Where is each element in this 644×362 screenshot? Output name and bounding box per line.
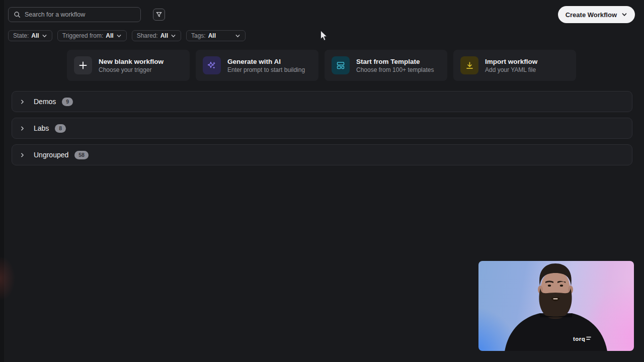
filter-value: All xyxy=(160,32,168,39)
presenter-illustration: torq xyxy=(478,261,634,351)
new-blank-workflow-card[interactable]: New blank workflow Choose your trigger xyxy=(67,50,190,81)
group-name: Labs xyxy=(34,124,49,132)
filter-value: All xyxy=(31,32,39,39)
filter-value: All xyxy=(208,32,216,39)
filter-chips-row: State: All Triggered from: All Shared: A… xyxy=(8,30,246,41)
create-workflow-button[interactable]: Create Workflow xyxy=(558,6,635,23)
group-count-badge: 8 xyxy=(55,124,66,133)
import-workflow-card[interactable]: Import workflow Add your YAML file xyxy=(453,50,576,81)
card-title: Start from Template xyxy=(356,57,434,66)
chevron-right-icon[interactable] xyxy=(20,99,25,105)
filter-button[interactable] xyxy=(153,9,165,21)
card-title: Import workflow xyxy=(485,57,537,66)
card-subtitle: Choose from 100+ templates xyxy=(356,66,434,74)
group-count-badge: 9 xyxy=(62,98,73,106)
filter-shared-dropdown[interactable]: Shared: All xyxy=(132,30,181,41)
create-workflow-label: Create Workflow xyxy=(566,11,617,19)
torq-shirt-logo: torq xyxy=(573,336,585,342)
quick-actions-row: New blank workflow Choose your trigger G… xyxy=(67,50,576,81)
chevron-right-icon[interactable] xyxy=(20,152,25,158)
filter-triggered-from-dropdown[interactable]: Triggered from: All xyxy=(57,30,127,41)
card-title: New blank workflow xyxy=(99,57,164,66)
workflows-page: Create Workflow State: All Triggered fro… xyxy=(0,0,644,362)
presenter-video-overlay[interactable]: torq xyxy=(478,261,634,351)
card-subtitle: Enter prompt to start building xyxy=(227,66,305,74)
group-row-ungrouped[interactable]: Ungrouped 58 xyxy=(12,144,632,165)
chevron-right-icon[interactable] xyxy=(20,126,25,131)
template-icon xyxy=(332,56,350,74)
filter-value: All xyxy=(106,32,113,39)
search-icon xyxy=(14,11,21,18)
import-icon xyxy=(460,56,478,74)
mouse-cursor xyxy=(320,30,328,41)
filter-state-dropdown[interactable]: State: All xyxy=(8,30,52,41)
sparkles-icon xyxy=(203,56,221,74)
chevron-down-icon xyxy=(171,33,176,39)
filter-label: State: xyxy=(13,32,29,39)
generate-with-ai-card[interactable]: Generate with AI Enter prompt to start b… xyxy=(196,50,318,81)
filter-label: Triggered from: xyxy=(62,32,104,39)
start-from-template-card[interactable]: Start from Template Choose from 100+ tem… xyxy=(325,50,447,81)
left-edge-artifact xyxy=(0,257,17,300)
search-input[interactable] xyxy=(25,11,135,18)
window-edge-strip xyxy=(0,0,4,362)
group-count-badge: 58 xyxy=(74,151,89,159)
chevron-down-icon xyxy=(621,12,627,18)
chevron-down-icon xyxy=(42,33,47,39)
group-row-demos[interactable]: Demos 9 xyxy=(12,91,632,112)
card-subtitle: Add your YAML file xyxy=(485,66,537,74)
workflow-groups-list: Demos 9 Labs 8 Ungrouped 58 xyxy=(12,91,632,165)
search-input-wrapper xyxy=(8,7,141,22)
group-name: Demos xyxy=(34,98,56,106)
group-name: Ungrouped xyxy=(34,151,68,159)
card-title: Generate with AI xyxy=(227,57,305,66)
chevron-down-icon xyxy=(116,33,122,39)
funnel-icon xyxy=(156,12,162,18)
card-subtitle: Choose your trigger xyxy=(99,66,164,74)
plus-icon xyxy=(74,56,92,74)
group-row-labs[interactable]: Labs 8 xyxy=(12,118,632,139)
filter-label: Shared: xyxy=(137,32,158,39)
filter-label: Tags: xyxy=(191,32,206,39)
chevron-down-icon xyxy=(235,33,240,39)
filter-tags-dropdown[interactable]: Tags: All xyxy=(186,30,246,41)
